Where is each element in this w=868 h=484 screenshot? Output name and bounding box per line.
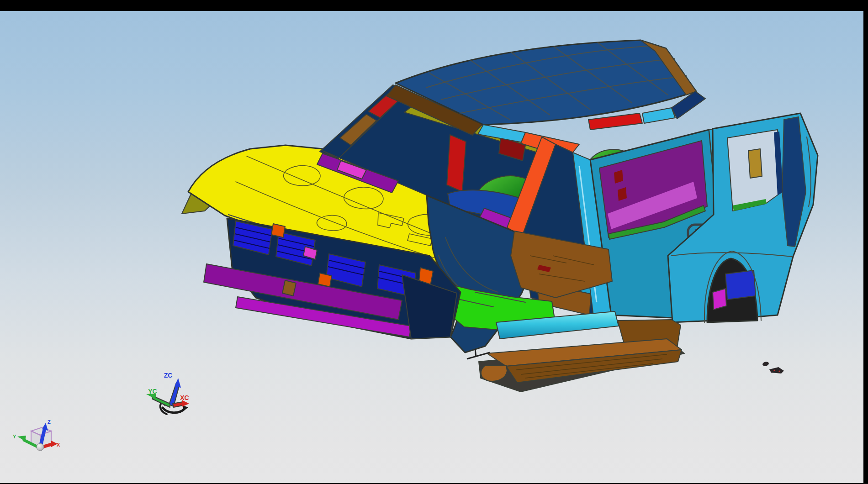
view-x-label: X [57,442,60,447]
origin-sphere [37,443,44,451]
debris-fragments[interactable] [762,361,784,374]
wcs-rotate-handle [163,408,185,413]
running-board[interactable] [467,339,684,392]
wcs-y-label: YC [148,388,157,395]
view-y-label: Y [13,434,16,439]
car-model[interactable] [182,40,818,392]
wcs-z-axis: ZC [164,372,181,406]
wcs-z-label: ZC [164,372,173,379]
view-z-label: Z [48,419,51,425]
wcs-triad[interactable]: ZC YC XC [146,372,189,414]
wcs-x-label: XC [180,394,189,401]
view-cube-triad[interactable]: Z Y X [13,419,60,451]
cad-viewport[interactable]: ZC YC XC Z [0,0,868,484]
wcs-y-axis: YC [146,388,170,407]
